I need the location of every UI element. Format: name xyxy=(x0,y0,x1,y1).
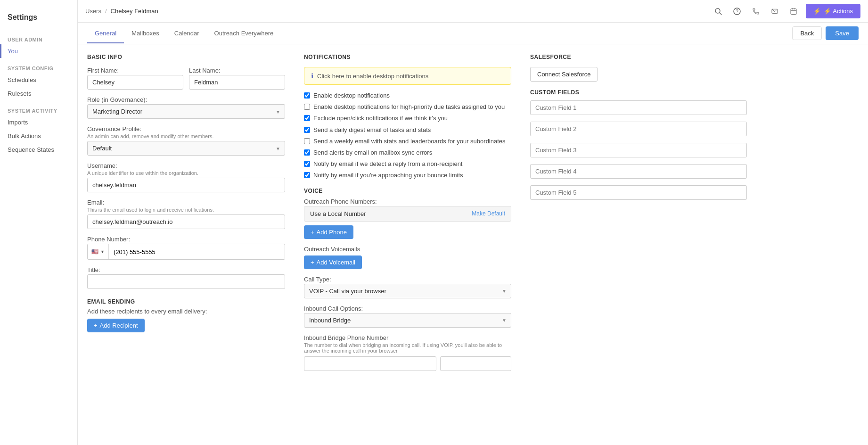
app-title: Settings xyxy=(0,8,77,29)
sidebar-item-imports[interactable]: Imports xyxy=(0,115,77,129)
add-phone-button[interactable]: + Add Phone xyxy=(304,225,353,239)
top-bar: Users / Chelsey Feldman ? ⚡ ⚡ Actions xyxy=(78,0,868,23)
sidebar-item-rulesets[interactable]: Rulesets xyxy=(0,87,77,100)
call-type-select[interactable]: VOIP - Call via your browser xyxy=(304,284,511,298)
calendar-icon[interactable] xyxy=(787,5,800,18)
search-icon[interactable] xyxy=(712,5,725,18)
title-label: Title: xyxy=(87,266,285,273)
custom-fields-title: Custom Fields xyxy=(530,89,747,96)
tab-mailboxes[interactable]: Mailboxes xyxy=(124,24,167,43)
custom-field-1-group xyxy=(530,100,747,115)
tab-general[interactable]: General xyxy=(87,24,124,43)
make-default-link[interactable]: Make Default xyxy=(472,210,505,217)
governance-select[interactable]: Default xyxy=(87,141,285,156)
sidebar-item-bulk-actions[interactable]: Bulk Actions xyxy=(0,129,77,143)
checkbox-weekly-email-label: Send a weekly email with stats and leade… xyxy=(313,137,506,146)
tabs-list: General Mailboxes Calendar Outreach Ever… xyxy=(87,24,281,43)
actions-button[interactable]: ⚡ ⚡ Actions xyxy=(806,4,860,18)
voice-title: Voice xyxy=(304,188,511,194)
last-name-input[interactable] xyxy=(189,75,285,90)
desktop-notification-banner[interactable]: ℹ Click here to enable desktop notificat… xyxy=(304,67,511,85)
last-name-group: Last Name: xyxy=(189,67,285,90)
sidebar-item-sequence-states[interactable]: Sequence States xyxy=(0,143,77,157)
email-group: Email: This is the email used to login a… xyxy=(87,199,285,229)
phone-input[interactable] xyxy=(109,245,285,259)
info-icon: ℹ xyxy=(311,72,313,80)
custom-field-5-group xyxy=(530,185,747,200)
phone-row-text: Use a Local Number xyxy=(310,210,366,217)
checkbox-mailbox-sync-input[interactable] xyxy=(304,149,310,156)
checkbox-bounce-limits-input[interactable] xyxy=(304,172,310,178)
call-type-label: Call Type: xyxy=(304,276,511,283)
sidebar-section-title-system-config: System Config xyxy=(0,58,77,73)
governance-select-wrapper: Default xyxy=(87,141,285,156)
phone-flag[interactable]: 🇺🇸 ▼ xyxy=(88,244,109,259)
phone-group: Phone Number: 🇺🇸 ▼ xyxy=(87,236,285,260)
first-name-input[interactable] xyxy=(87,75,183,90)
title-input[interactable] xyxy=(87,274,285,289)
custom-field-1-input[interactable] xyxy=(530,100,747,115)
sidebar-item-schedules[interactable]: Schedules xyxy=(0,73,77,87)
inbound-call-select[interactable]: Inbound Bridge xyxy=(304,313,511,328)
role-select-wrapper: Marketing Director xyxy=(87,104,285,119)
call-type-select-wrapper: VOIP - Call via your browser xyxy=(304,284,511,298)
connect-salesforce-button[interactable]: Connect Salesforce xyxy=(530,67,598,82)
checkbox-high-priority-input[interactable] xyxy=(304,104,310,110)
inbound-call-group: Inbound Call Options: Inbound Bridge xyxy=(304,305,511,328)
outreach-voicemails-label: Outreach Voicemails xyxy=(304,246,511,253)
inbound-bridge-input[interactable] xyxy=(304,356,436,371)
phone-row-local: Use a Local Number Make Default xyxy=(304,206,511,222)
breadcrumb-users[interactable]: Users xyxy=(85,8,101,15)
email-input[interactable] xyxy=(87,214,285,229)
mail-icon[interactable] xyxy=(768,5,781,18)
inbound-bridge-group: Inbound Bridge Phone Number The number t… xyxy=(304,334,511,371)
custom-field-2-input[interactable] xyxy=(530,122,747,136)
actions-label: ⚡ Actions xyxy=(824,8,853,15)
tabs-actions: Back Save xyxy=(792,23,859,44)
plus-icon: + xyxy=(94,322,98,329)
plus-icon: + xyxy=(311,259,314,266)
checkbox-enable-desktop: Enable desktop notifications xyxy=(304,91,511,100)
custom-field-5-input[interactable] xyxy=(530,185,747,200)
checkbox-high-priority-label: Enable desktop notifications for high-pr… xyxy=(313,103,505,111)
svg-text:?: ? xyxy=(736,9,739,14)
chevron-down-icon: ▼ xyxy=(100,249,105,254)
sidebar: Settings User Admin You System Config Sc… xyxy=(0,0,78,445)
inbound-call-select-wrapper: Inbound Bridge xyxy=(304,313,511,328)
phone-label: Phone Number: xyxy=(87,236,285,243)
checkbox-exclude-open-click-input[interactable] xyxy=(304,115,310,121)
add-recipients-label: Add these recipients to every email deli… xyxy=(87,308,285,315)
breadcrumb: Users / Chelsey Feldman xyxy=(85,8,158,15)
help-icon[interactable]: ? xyxy=(730,5,744,18)
custom-field-3-input[interactable] xyxy=(530,143,747,157)
add-recipient-button[interactable]: + Add Recipient xyxy=(87,319,145,332)
inbound-bridge-ext-input[interactable] xyxy=(440,356,511,371)
sidebar-section-title-user-admin: User Admin xyxy=(0,29,77,44)
tab-calendar[interactable]: Calendar xyxy=(167,24,207,43)
checkbox-non-recipient-input[interactable] xyxy=(304,161,310,167)
top-bar-actions: ? ⚡ ⚡ Actions xyxy=(712,4,860,18)
back-button[interactable]: Back xyxy=(792,26,822,40)
basic-info-column: Basic Info First Name: Last Name: Role (… xyxy=(87,54,285,378)
custom-field-2-group xyxy=(530,122,747,136)
title-group: Title: xyxy=(87,266,285,289)
svg-line-1 xyxy=(720,13,721,15)
custom-field-4-input[interactable] xyxy=(530,164,747,179)
breadcrumb-separator: / xyxy=(105,8,107,15)
add-voicemail-button[interactable]: + Add Voicemail xyxy=(304,255,362,269)
checkbox-enable-desktop-input[interactable] xyxy=(304,92,310,99)
tab-outreach-everywhere[interactable]: Outreach Everywhere xyxy=(207,24,281,43)
save-button[interactable]: Save xyxy=(826,26,859,40)
role-select[interactable]: Marketing Director xyxy=(87,104,285,119)
username-label: Username: xyxy=(87,162,285,169)
sidebar-item-you[interactable]: You xyxy=(0,44,77,58)
inbound-call-label: Inbound Call Options: xyxy=(304,305,511,312)
checkbox-weekly-email-input[interactable] xyxy=(304,138,310,144)
governance-group: Governance Profile: An admin can add, re… xyxy=(87,125,285,156)
checkbox-enable-desktop-label: Enable desktop notifications xyxy=(313,91,390,100)
username-input[interactable] xyxy=(87,178,285,192)
checkbox-daily-digest-input[interactable] xyxy=(304,127,310,133)
last-name-label: Last Name: xyxy=(189,67,285,74)
phone-icon[interactable] xyxy=(749,5,762,18)
email-label: Email: xyxy=(87,199,285,206)
